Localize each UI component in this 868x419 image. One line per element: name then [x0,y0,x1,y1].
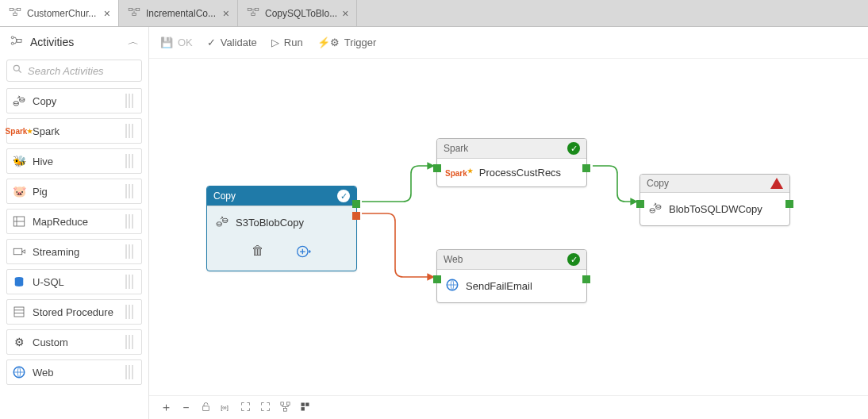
svg-rect-5 [133,13,136,16]
output-port-success[interactable] [582,275,590,283]
search-activities[interactable] [6,60,142,82]
tab-label: CustomerChur... [27,8,96,19]
trigger-icon: ⚡⚙ [317,37,340,48]
output-port-failure[interactable] [352,212,360,220]
drag-grip-icon[interactable] [125,214,136,229]
activity-spark[interactable]: Spark★Spark [6,118,142,144]
tab-bar: CustomerChur... × IncrementalCo... × Cop… [0,0,868,27]
pig-icon: 🐷 [12,184,26,198]
svg-rect-29 [286,402,290,405]
svg-rect-33 [301,407,305,410]
chevron-up-icon[interactable]: ︿ [128,37,139,47]
output-port-success[interactable] [352,200,360,208]
validate-button[interactable]: ✓Validate [207,37,257,48]
tab-copysql[interactable]: CopySQLToBlo... × [238,0,357,26]
svg-rect-28 [281,402,284,405]
activity-hive[interactable]: 🐝Hive [6,148,142,174]
streaming-icon [12,244,26,259]
activity-web[interactable]: Web [6,359,142,385]
snap-icon[interactable] [299,401,311,415]
close-icon[interactable]: × [223,7,229,20]
drag-grip-icon[interactable] [125,154,136,168]
tab-customerchurn[interactable]: CustomerChur... × [0,0,119,26]
fullscreen-icon[interactable] [240,401,252,415]
input-port[interactable] [636,200,644,208]
activities-header[interactable]: Activities ︿ [0,27,148,56]
activity-label: Copy [33,95,56,107]
drag-grip-icon[interactable] [125,275,136,289]
zoom-actual-icon[interactable] [259,401,271,415]
activity-label: Stored Procedure [33,306,113,318]
activity-label: Hive [33,156,53,167]
node-name: ProcessCustRecs [479,167,561,179]
add-output-icon[interactable] [296,244,312,263]
svg-rect-1 [17,9,21,11]
close-icon[interactable]: × [104,7,110,20]
activity-custom[interactable]: ⚙Custom [6,329,142,355]
svg-rect-3 [129,9,133,11]
copy-icon [12,94,26,108]
canvas-bottombar: ＋ － [∞] [149,395,868,419]
node-blobtosqldwcopy[interactable]: Copy BlobToSQLDWCopy [639,174,790,226]
zoom-fit-icon[interactable]: [∞] [220,401,232,415]
drag-grip-icon[interactable] [125,335,136,349]
run-button[interactable]: ▷Run [271,37,303,48]
input-port[interactable] [433,164,441,172]
activity-pig[interactable]: 🐷Pig [6,179,142,204]
svg-point-21 [223,218,228,221]
close-icon[interactable]: × [342,7,348,20]
svg-rect-2 [13,13,17,16]
output-port-success[interactable] [785,200,793,208]
tab-incremental[interactable]: IncrementalCo... × [119,0,238,26]
svg-point-14 [20,98,25,100]
spark-icon: Spark★ [445,167,473,178]
drag-grip-icon[interactable] [125,244,136,259]
node-name: S3ToBlobCopy [236,217,304,229]
activity-streaming[interactable]: Streaming [6,239,142,264]
drag-grip-icon[interactable] [125,124,136,138]
pipeline-canvas[interactable]: Copy✓ S3ToBlobCopy 🗑 Spark✓ Spark★ Proce… [149,59,868,419]
tab-label: CopySQLToBlo... [265,8,337,19]
output-port-success[interactable] [582,164,590,172]
activity-copy[interactable]: Copy [6,88,142,113]
svg-point-9 [11,37,13,39]
status-ok-icon: ✓ [567,142,580,155]
activity-storedproc[interactable]: Stored Procedure [6,299,142,325]
ok-button[interactable]: 💾OK [160,37,193,48]
activity-usql[interactable]: U-SQL [6,269,142,294]
activity-label: Pig [33,186,48,198]
drag-grip-icon[interactable] [125,365,136,379]
node-s3toblobcopy[interactable]: Copy✓ S3ToBlobCopy 🗑 [206,186,357,271]
status-warning-icon [770,178,783,189]
svg-rect-16 [13,248,22,255]
status-ok-icon: ✓ [567,253,580,266]
spark-icon: Spark★ [12,124,26,138]
zoom-out-icon[interactable]: － [180,400,192,415]
svg-rect-31 [301,402,305,406]
autolayout-icon[interactable] [279,401,291,415]
svg-point-10 [11,42,13,44]
drag-grip-icon[interactable] [125,305,136,319]
drag-grip-icon[interactable] [125,94,136,108]
pipeline-icon [8,5,22,21]
node-type: Spark [444,143,468,154]
copy-icon [648,201,663,217]
lock-icon[interactable] [200,401,212,415]
svg-rect-7 [255,9,259,11]
play-icon: ▷ [271,37,279,48]
search-input[interactable] [28,65,136,77]
zoom-in-icon[interactable]: ＋ [160,400,172,415]
node-sendfailemail[interactable]: Web✓ SendFailEmail [436,249,587,303]
svg-rect-32 [305,402,309,406]
activities-title: Activities [30,36,74,48]
delete-icon[interactable]: 🗑 [252,244,264,263]
svg-text:[∞]: [∞] [221,403,229,410]
input-port[interactable] [433,275,441,283]
drag-grip-icon[interactable] [125,184,136,198]
node-processcustrecs[interactable]: Spark✓ Spark★ ProcessCustRecs [436,138,587,187]
trigger-button[interactable]: ⚡⚙Trigger [317,37,377,48]
activity-mapreduce[interactable]: MapReduce [6,209,142,234]
gear-icon: ⚙ [12,335,26,349]
activity-label: Custom [33,336,68,348]
mapreduce-icon [12,214,26,229]
